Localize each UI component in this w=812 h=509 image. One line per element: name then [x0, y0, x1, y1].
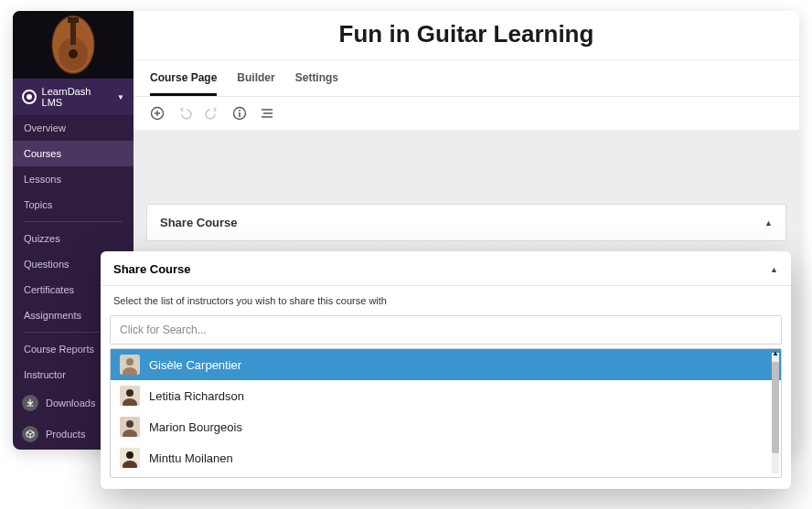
svg-point-6 — [239, 110, 240, 111]
instructor-option[interactable]: Gisèle Carpentier — [111, 349, 781, 380]
box-icon — [22, 426, 38, 442]
svg-point-18 — [126, 451, 134, 459]
avatar — [120, 355, 140, 375]
undo-icon[interactable] — [177, 106, 192, 121]
sidebar-item-overview[interactable]: Overview — [13, 115, 134, 141]
popup-note: Select the list of instructors you wish … — [101, 286, 791, 315]
popup-header: Share Course ▲ — [101, 251, 791, 286]
page-title: Fun in Guitar Learning — [134, 11, 799, 60]
svg-point-12 — [126, 389, 134, 397]
avatar — [120, 448, 140, 468]
instructor-dropdown: Gisèle Carpentier Letitia Richardson Mar… — [110, 348, 782, 478]
info-icon[interactable] — [232, 106, 247, 121]
editor-toolbar — [134, 97, 799, 131]
sidebar-item-topics[interactable]: Topics — [13, 192, 134, 217]
sidebar-hero-image — [13, 11, 134, 79]
instructor-name: Minttu Moilanen — [149, 451, 233, 465]
svg-point-9 — [126, 358, 134, 366]
sidebar-item-courses[interactable]: Courses — [13, 141, 134, 166]
share-course-popup: Share Course ▲ Select the list of instru… — [101, 251, 791, 489]
guitar-icon — [55, 17, 91, 72]
svg-rect-3 — [68, 17, 79, 23]
avatar — [120, 386, 140, 406]
learndash-icon — [22, 90, 37, 104]
sidebar-brand-row[interactable]: LearnDash LMS ▼ — [13, 79, 134, 115]
accordion-title: Share Course — [160, 216, 238, 229]
download-icon — [22, 395, 38, 411]
svg-point-15 — [126, 420, 134, 428]
sidebar-brand-label: LearnDash LMS — [42, 86, 112, 108]
svg-rect-7 — [239, 112, 240, 117]
instructor-name: Letitia Richardson — [149, 389, 244, 403]
instructor-option[interactable]: Minttu Moilanen — [111, 442, 781, 473]
outline-icon[interactable] — [260, 106, 274, 121]
sidebar-item-lessons[interactable]: Lessons — [13, 166, 134, 192]
instructor-name: Marion Bourgeois — [149, 420, 242, 434]
scroll-up-icon[interactable]: ▲ — [772, 350, 779, 357]
add-block-icon[interactable] — [150, 106, 165, 121]
chevron-down-icon: ▼ — [117, 93, 124, 101]
popup-title: Share Course — [113, 262, 191, 276]
tab-settings[interactable]: Settings — [295, 60, 338, 96]
instructor-name: Gisèle Carpentier — [149, 358, 241, 372]
scrollbar[interactable]: ▲ — [772, 353, 779, 473]
sidebar-item-label: Downloads — [46, 398, 95, 408]
redo-icon[interactable] — [205, 106, 219, 121]
chevron-up-icon: ▲ — [764, 218, 773, 228]
course-tabs: Course Page Builder Settings — [134, 60, 799, 97]
tab-course-page[interactable]: Course Page — [150, 60, 217, 96]
instructor-option[interactable]: Marion Bourgeois — [111, 411, 781, 442]
chevron-up-icon[interactable]: ▲ — [770, 265, 778, 274]
tab-builder[interactable]: Builder — [237, 60, 274, 96]
share-course-accordion[interactable]: Share Course ▲ — [146, 204, 786, 241]
instructor-option[interactable]: Letitia Richardson — [111, 380, 781, 411]
svg-point-1 — [69, 49, 78, 58]
avatar — [120, 417, 140, 437]
instructor-search-input[interactable]: Click for Search... — [110, 315, 782, 345]
sidebar-item-label: Products — [46, 429, 85, 440]
scroll-thumb[interactable] — [772, 362, 779, 453]
sidebar-item-quizzes[interactable]: Quizzes — [13, 226, 134, 251]
